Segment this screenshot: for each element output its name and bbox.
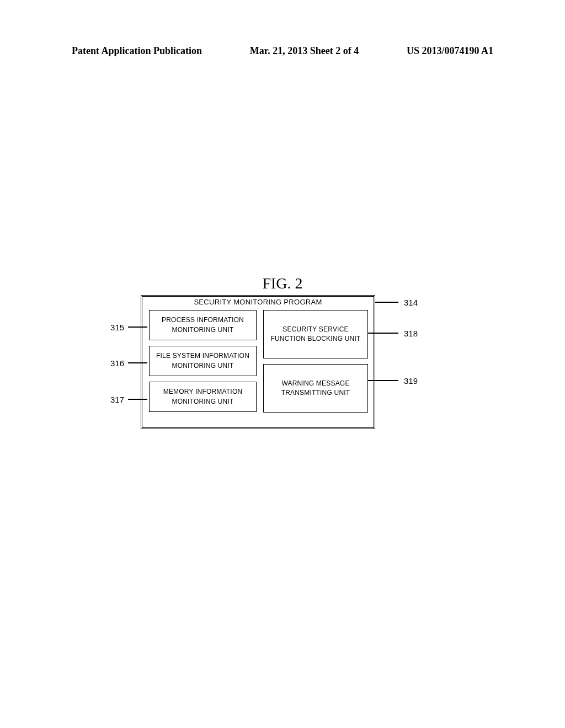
security-monitoring-program-label: SECURITY MONITORING PROGRAM [141, 298, 375, 306]
page-header: Patent Application Publication Mar. 21, … [72, 45, 493, 57]
figure-title: FIG. 2 [262, 275, 302, 292]
box-319-line2: TRANSMITTING UNIT [281, 388, 350, 398]
box-315-line1: PROCESS INFORMATION [162, 315, 244, 325]
process-information-monitoring-unit-box: PROCESS INFORMATION MONITORING UNIT [149, 310, 257, 340]
figure-diagram: SECURITY MONITORING PROGRAM PROCESS INFO… [141, 292, 375, 429]
file-system-information-monitoring-unit-box: FILE SYSTEM INFORMATION MONITORING UNIT [149, 346, 257, 376]
memory-information-monitoring-unit-box: MEMORY INFORMATION MONITORING UNIT [149, 382, 257, 412]
box-319-line1: WARNING MESSAGE [281, 379, 349, 388]
box-318-line1: SECURITY SERVICE [282, 325, 348, 334]
box-317-line2: MONITORING UNIT [172, 397, 233, 406]
box-316-line1: FILE SYSTEM INFORMATION [156, 351, 249, 361]
callout-317: 317 [110, 395, 124, 404]
security-service-function-blocking-unit-box: SECURITY SERVICE FUNCTION BLOCKING UNIT [263, 310, 368, 358]
header-center-text: Mar. 21, 2013 Sheet 2 of 4 [250, 45, 359, 57]
leader-line-319 [368, 380, 398, 381]
callout-315: 315 [110, 323, 124, 332]
callout-318: 318 [404, 329, 418, 338]
callout-319: 319 [404, 376, 418, 386]
box-315-line2: MONITORING UNIT [172, 325, 233, 335]
header-right-text: US 2013/0074190 A1 [407, 45, 493, 57]
box-318-line2: FUNCTION BLOCKING UNIT [270, 334, 360, 344]
box-316-line2: MONITORING UNIT [172, 361, 233, 371]
box-317-line1: MEMORY INFORMATION [163, 387, 243, 397]
callout-314: 314 [404, 298, 418, 307]
leader-line-318 [368, 333, 398, 334]
leader-line-316 [128, 362, 147, 363]
header-left-text: Patent Application Publication [72, 45, 202, 57]
leader-line-315 [128, 326, 147, 328]
leader-line-314 [375, 302, 398, 303]
leader-line-317 [128, 399, 147, 400]
warning-message-transmitting-unit-box: WARNING MESSAGE TRANSMITTING UNIT [263, 364, 368, 413]
callout-316: 316 [110, 358, 124, 368]
